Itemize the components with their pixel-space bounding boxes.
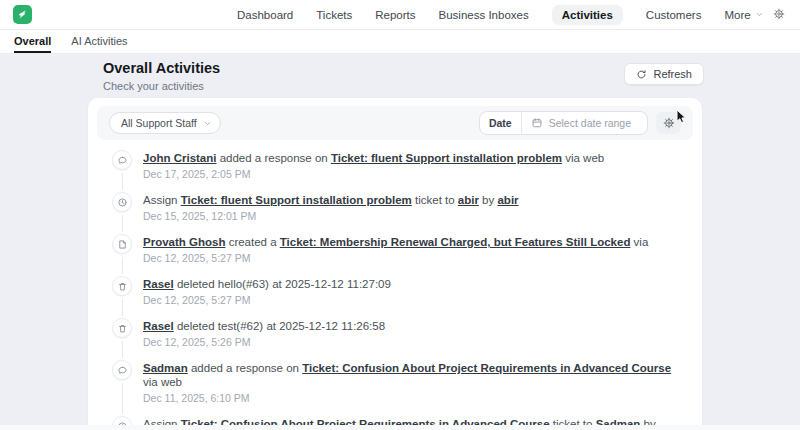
page-title: Overall Activities <box>103 60 220 76</box>
activity-plain-text: via <box>630 236 648 248</box>
gear-icon <box>663 117 675 129</box>
activity-text: Provath Ghosh created a Ticket: Membersh… <box>143 234 648 249</box>
nav-item-label: Dashboard <box>237 9 293 21</box>
activity-link[interactable]: Rasel <box>143 320 174 332</box>
activity-plain-text: by <box>479 194 498 206</box>
app-logo[interactable] <box>13 5 32 24</box>
activity-link[interactable]: abir <box>458 194 479 206</box>
activity-timestamp: Dec 12, 2025, 5:26 PM <box>143 336 385 348</box>
nav-item-label: Activities <box>562 9 613 21</box>
activity-timestamp: Dec 12, 2025, 5:27 PM <box>143 294 391 306</box>
activity-body: John Cristani added a response on Ticket… <box>143 150 604 180</box>
activity-timestamp: Dec 12, 2025, 5:27 PM <box>143 252 648 264</box>
activity-link[interactable]: John Cristani <box>143 152 216 164</box>
nav-item-dashboard[interactable]: Dashboard <box>237 9 293 21</box>
bottom-strip <box>0 425 800 430</box>
nav-item-label: Customers <box>646 9 702 21</box>
activity-link[interactable]: abir <box>497 194 518 206</box>
refresh-icon <box>636 69 647 80</box>
date-range-filter[interactable]: Date Select date range <box>479 111 648 135</box>
activity-item: Rasel deleted test(#62) at 2025-12-12 11… <box>112 318 688 360</box>
activity-plain-text: ticket to <box>412 194 458 206</box>
activity-plain-text: via web <box>143 376 182 388</box>
tab-overall[interactable]: Overall <box>14 30 51 53</box>
page-subtitle: Check your activities <box>103 80 204 92</box>
activity-link[interactable]: Ticket: fluent Support installation prob… <box>181 194 412 206</box>
filter-panel: All Support Staff Date Select date range <box>97 106 693 140</box>
activities-card: All Support Staff Date Select date range… <box>88 98 702 430</box>
clock-icon <box>112 192 132 212</box>
activity-link[interactable]: Ticket: Confusion About Project Requirem… <box>302 362 671 374</box>
filter-settings-button[interactable] <box>656 112 681 134</box>
activity-timestamp: Dec 11, 2025, 6:10 PM <box>143 392 688 404</box>
document-icon <box>112 234 132 254</box>
nav-item-label: More <box>724 9 750 21</box>
nav-item-label: Business Inboxes <box>439 9 529 21</box>
trash-icon <box>112 318 132 338</box>
activity-plain-text: via web <box>562 152 604 164</box>
activity-plain-text: created a <box>225 236 279 248</box>
activity-text: Rasel deleted hello(#63) at 2025-12-12 1… <box>143 276 391 291</box>
activity-text: Sadman added a response on Ticket: Confu… <box>143 360 688 389</box>
activity-text: John Cristani added a response on Ticket… <box>143 150 604 165</box>
activity-item: John Cristani added a response on Ticket… <box>112 150 688 192</box>
topbar: DashboardTicketsReportsBusiness InboxesA… <box>0 0 800 30</box>
trash-icon <box>112 276 132 296</box>
comment-icon <box>112 150 132 170</box>
date-range-placeholder: Select date range <box>549 117 631 129</box>
activity-plain-text: Assign <box>143 194 181 206</box>
activity-text: Rasel deleted test(#62) at 2025-12-12 11… <box>143 318 385 333</box>
activity-body: Assign Ticket: fluent Support installati… <box>143 192 519 222</box>
date-range-input[interactable]: Select date range <box>522 112 647 134</box>
activity-body: Sadman added a response on Ticket: Confu… <box>143 360 688 404</box>
activity-plain-text: deleted hello(#63) at 2025-12-12 11:27:0… <box>174 278 391 290</box>
activity-timestamp: Dec 17, 2025, 2:05 PM <box>143 168 604 180</box>
comment-icon <box>112 360 132 380</box>
refresh-button-label: Refresh <box>653 68 692 80</box>
activity-item: Provath Ghosh created a Ticket: Membersh… <box>112 234 688 276</box>
chevron-down-icon <box>755 10 764 19</box>
activity-timeline: John Cristani added a response on Ticket… <box>88 140 702 430</box>
support-staff-select-value: All Support Staff <box>121 117 197 129</box>
activity-item: Rasel deleted hello(#63) at 2025-12-12 1… <box>112 276 688 318</box>
topbar-settings-gear-icon[interactable] <box>773 8 785 20</box>
activity-link[interactable]: Rasel <box>143 278 174 290</box>
activity-link[interactable]: Ticket: fluent Support installation prob… <box>331 152 562 164</box>
support-staff-select[interactable]: All Support Staff <box>109 112 221 134</box>
activity-plain-text: added a response on <box>216 152 330 164</box>
activity-body: Provath Ghosh created a Ticket: Membersh… <box>143 234 648 264</box>
nav-item-business-inboxes[interactable]: Business Inboxes <box>439 9 529 21</box>
nav-item-label: Tickets <box>316 9 352 21</box>
tab-ai-activities[interactable]: AI Activities <box>71 30 127 53</box>
nav-item-tickets[interactable]: Tickets <box>316 9 352 21</box>
activity-text: Assign Ticket: fluent Support installati… <box>143 192 519 207</box>
calendar-icon <box>531 117 543 129</box>
date-filter-label: Date <box>480 112 522 134</box>
refresh-button[interactable]: Refresh <box>624 63 704 85</box>
activity-body: Rasel deleted test(#62) at 2025-12-12 11… <box>143 318 385 348</box>
nav-item-label: Reports <box>375 9 415 21</box>
activity-plain-text: added a response on <box>188 362 302 374</box>
activity-plain-text: deleted test(#62) at 2025-12-12 11:26:58 <box>174 320 385 332</box>
activity-timestamp: Dec 15, 2025, 12:01 PM <box>143 210 519 222</box>
main-nav: DashboardTicketsReportsBusiness InboxesA… <box>237 0 764 29</box>
activity-item: Sadman added a response on Ticket: Confu… <box>112 360 688 416</box>
nav-item-customers[interactable]: Customers <box>646 9 702 21</box>
nav-item-activities[interactable]: Activities <box>552 5 623 25</box>
chevron-down-icon <box>203 119 212 128</box>
nav-item-more[interactable]: More <box>724 9 763 21</box>
activity-link[interactable]: Provath Ghosh <box>143 236 225 248</box>
activity-body: Rasel deleted hello(#63) at 2025-12-12 1… <box>143 276 391 306</box>
nav-item-reports[interactable]: Reports <box>375 9 415 21</box>
filter-right-controls: Date Select date range <box>479 111 681 135</box>
activities-tabbar: OverallAI Activities <box>0 30 800 54</box>
activity-item: Assign Ticket: fluent Support installati… <box>112 192 688 234</box>
fluent-support-logo-icon <box>16 8 29 21</box>
activity-link[interactable]: Sadman <box>143 362 188 374</box>
activity-link[interactable]: Ticket: Membership Renewal Charged, but … <box>280 236 631 248</box>
